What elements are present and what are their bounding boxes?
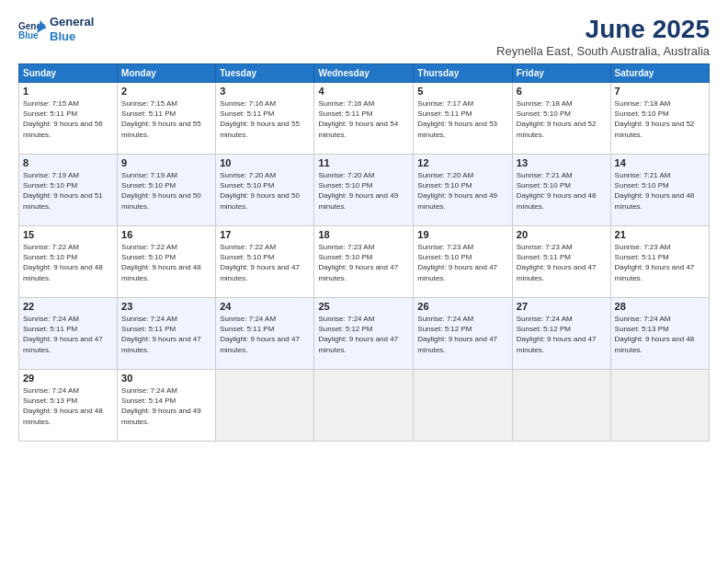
col-tuesday: Tuesday [216,64,314,83]
table-row: 30Sunrise: 7:24 AMSunset: 5:14 PMDayligh… [118,370,216,442]
month-title: June 2025 [496,15,710,44]
day-number: 21 [615,229,705,240]
day-number: 27 [517,301,607,312]
day-info: Sunrise: 7:24 AMSunset: 5:11 PMDaylight:… [121,314,211,355]
day-info: Sunrise: 7:20 AMSunset: 5:10 PMDaylight:… [318,170,409,212]
table-row: 29Sunrise: 7:24 AMSunset: 5:13 PMDayligh… [19,370,118,442]
col-thursday: Thursday [414,64,512,83]
day-info: Sunrise: 7:22 AMSunset: 5:10 PMDaylight:… [23,242,113,283]
table-row: 23Sunrise: 7:24 AMSunset: 5:11 PMDayligh… [118,298,216,370]
day-info: Sunrise: 7:24 AMSunset: 5:14 PMDaylight:… [121,385,211,427]
day-number: 29 [23,373,113,384]
day-number: 26 [417,301,507,312]
calendar-page: General Blue General Blue June 2025 Reyn… [0,0,728,563]
day-number: 13 [517,157,607,168]
table-row [512,370,610,442]
day-number: 7 [615,86,705,97]
table-row: 26Sunrise: 7:24 AMSunset: 5:12 PMDayligh… [414,298,512,370]
table-row: 20Sunrise: 7:23 AMSunset: 5:11 PMDayligh… [512,226,610,298]
day-info: Sunrise: 7:23 AMSunset: 5:11 PMDaylight:… [517,242,607,283]
day-number: 4 [318,86,409,97]
table-row: 21Sunrise: 7:23 AMSunset: 5:11 PMDayligh… [610,226,709,298]
title-block: June 2025 Reynella East, South Australia… [496,15,710,58]
table-row: 2Sunrise: 7:15 AMSunset: 5:11 PMDaylight… [118,83,216,155]
day-info: Sunrise: 7:24 AMSunset: 5:12 PMDaylight:… [417,314,507,355]
table-row: 15Sunrise: 7:22 AMSunset: 5:10 PMDayligh… [19,226,118,298]
col-friday: Friday [512,64,610,83]
day-number: 17 [220,229,310,240]
day-number: 6 [517,86,607,97]
day-number: 23 [121,301,211,312]
day-number: 19 [417,229,507,240]
table-row: 10Sunrise: 7:20 AMSunset: 5:10 PMDayligh… [216,155,314,226]
day-number: 11 [318,157,409,168]
day-info: Sunrise: 7:24 AMSunset: 5:12 PMDaylight:… [517,314,607,355]
table-row: 28Sunrise: 7:24 AMSunset: 5:13 PMDayligh… [610,298,709,370]
day-number: 18 [318,229,409,240]
day-info: Sunrise: 7:22 AMSunset: 5:10 PMDaylight:… [121,242,211,283]
location-text: Reynella East, South Australia, Australi… [496,44,710,58]
day-number: 16 [121,229,211,240]
day-info: Sunrise: 7:22 AMSunset: 5:10 PMDaylight:… [220,242,310,283]
col-monday: Monday [118,64,216,83]
day-number: 25 [318,301,409,312]
day-info: Sunrise: 7:18 AMSunset: 5:10 PMDaylight:… [615,98,705,140]
table-row: 12Sunrise: 7:20 AMSunset: 5:10 PMDayligh… [414,155,512,226]
day-info: Sunrise: 7:15 AMSunset: 5:11 PMDaylight:… [121,98,211,140]
table-row: 4Sunrise: 7:16 AMSunset: 5:11 PMDaylight… [314,83,414,155]
day-number: 12 [417,157,507,168]
day-number: 3 [220,86,310,97]
table-row: 8Sunrise: 7:19 AMSunset: 5:10 PMDaylight… [19,155,118,226]
day-info: Sunrise: 7:23 AMSunset: 5:11 PMDaylight:… [615,242,705,283]
table-row: 24Sunrise: 7:24 AMSunset: 5:11 PMDayligh… [216,298,314,370]
day-info: Sunrise: 7:24 AMSunset: 5:11 PMDaylight:… [220,314,310,355]
day-number: 5 [417,86,507,97]
table-row: 13Sunrise: 7:21 AMSunset: 5:10 PMDayligh… [512,155,610,226]
day-info: Sunrise: 7:21 AMSunset: 5:10 PMDaylight:… [615,170,705,212]
calendar-week-row: 15Sunrise: 7:22 AMSunset: 5:10 PMDayligh… [19,226,710,298]
table-row: 27Sunrise: 7:24 AMSunset: 5:12 PMDayligh… [512,298,610,370]
table-row: 17Sunrise: 7:22 AMSunset: 5:10 PMDayligh… [216,226,314,298]
calendar-header-row: Sunday Monday Tuesday Wednesday Thursday… [19,64,710,83]
day-number: 8 [23,157,113,168]
table-row: 7Sunrise: 7:18 AMSunset: 5:10 PMDaylight… [610,83,709,155]
table-row: 3Sunrise: 7:16 AMSunset: 5:11 PMDaylight… [216,83,314,155]
day-info: Sunrise: 7:18 AMSunset: 5:10 PMDaylight:… [517,98,607,140]
day-number: 22 [23,301,113,312]
table-row [610,370,709,442]
day-info: Sunrise: 7:24 AMSunset: 5:11 PMDaylight:… [23,314,113,355]
day-info: Sunrise: 7:23 AMSunset: 5:10 PMDaylight:… [318,242,409,283]
calendar-week-row: 8Sunrise: 7:19 AMSunset: 5:10 PMDaylight… [19,155,710,226]
day-info: Sunrise: 7:23 AMSunset: 5:10 PMDaylight:… [417,242,507,283]
calendar-week-row: 29Sunrise: 7:24 AMSunset: 5:13 PMDayligh… [19,370,710,442]
calendar-table: Sunday Monday Tuesday Wednesday Thursday… [18,63,710,442]
logo-icon: General Blue [18,18,46,40]
table-row: 6Sunrise: 7:18 AMSunset: 5:10 PMDaylight… [512,83,610,155]
logo-text-blue: Blue [50,29,94,44]
table-row: 22Sunrise: 7:24 AMSunset: 5:11 PMDayligh… [19,298,118,370]
table-row: 25Sunrise: 7:24 AMSunset: 5:12 PMDayligh… [314,298,414,370]
table-row: 5Sunrise: 7:17 AMSunset: 5:11 PMDaylight… [414,83,512,155]
day-number: 14 [615,157,705,168]
table-row: 16Sunrise: 7:22 AMSunset: 5:10 PMDayligh… [118,226,216,298]
table-row [216,370,314,442]
day-info: Sunrise: 7:17 AMSunset: 5:11 PMDaylight:… [417,98,507,140]
table-row: 19Sunrise: 7:23 AMSunset: 5:10 PMDayligh… [414,226,512,298]
col-sunday: Sunday [19,64,118,83]
day-number: 20 [517,229,607,240]
calendar-week-row: 22Sunrise: 7:24 AMSunset: 5:11 PMDayligh… [19,298,710,370]
day-info: Sunrise: 7:20 AMSunset: 5:10 PMDaylight:… [220,170,310,212]
day-number: 1 [23,86,113,97]
day-number: 24 [220,301,310,312]
logo-text-general: General [50,15,94,29]
day-info: Sunrise: 7:16 AMSunset: 5:11 PMDaylight:… [318,98,409,140]
table-row: 9Sunrise: 7:19 AMSunset: 5:10 PMDaylight… [118,155,216,226]
day-info: Sunrise: 7:24 AMSunset: 5:13 PMDaylight:… [615,314,705,355]
table-row: 1Sunrise: 7:15 AMSunset: 5:11 PMDaylight… [19,83,118,155]
col-wednesday: Wednesday [314,64,414,83]
day-info: Sunrise: 7:19 AMSunset: 5:10 PMDaylight:… [23,170,113,212]
day-info: Sunrise: 7:19 AMSunset: 5:10 PMDaylight:… [121,170,211,212]
day-info: Sunrise: 7:24 AMSunset: 5:12 PMDaylight:… [318,314,409,355]
day-info: Sunrise: 7:16 AMSunset: 5:11 PMDaylight:… [220,98,310,140]
day-number: 10 [220,157,310,168]
